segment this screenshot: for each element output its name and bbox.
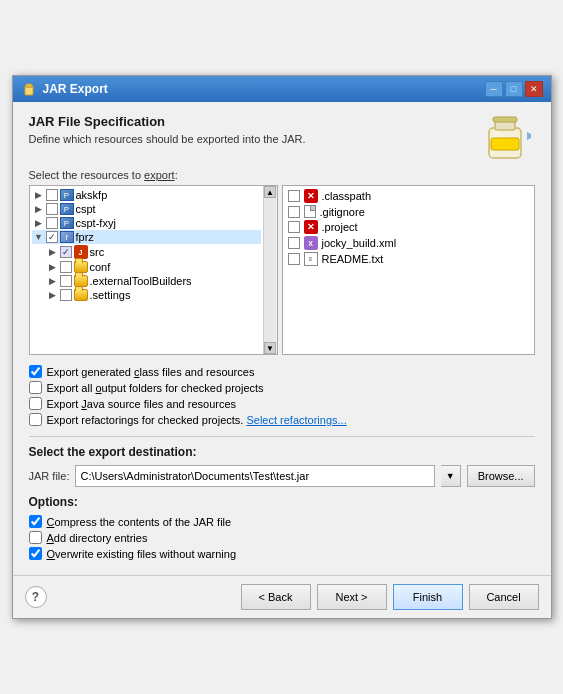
options-label: Options: (29, 495, 535, 509)
export-checkbox-3[interactable] (29, 397, 42, 410)
folder-icon (74, 289, 88, 301)
main-window: JAR Export ─ □ ✕ JAR File Specification … (12, 75, 552, 619)
content-header: JAR File Specification Define which reso… (29, 114, 535, 169)
checkbox-conf[interactable] (60, 261, 72, 273)
option-directory: Add directory entries (29, 531, 535, 544)
jar-icon-area (479, 110, 531, 169)
checkbox-classpath[interactable] (288, 190, 300, 202)
overwrite-checkbox[interactable] (29, 547, 42, 560)
minimize-button[interactable]: ─ (485, 81, 503, 97)
tree-label-cspt: cspt (76, 203, 96, 215)
tree-item-conf[interactable]: ▶ conf (32, 260, 261, 274)
tree-item-src[interactable]: ▶ ✓ J src (32, 244, 261, 260)
cancel-button[interactable]: Cancel (469, 584, 539, 610)
export-option-4: Export refactorings for checked projects… (29, 413, 535, 426)
checkbox-project[interactable] (288, 221, 300, 233)
left-tree-scrollbar[interactable]: ▲ ▼ (263, 186, 277, 354)
export-checkbox-4[interactable] (29, 413, 42, 426)
tree-item-akskfp[interactable]: ▶ P akskfp (32, 188, 261, 202)
expand-arrow[interactable]: ▶ (48, 290, 58, 300)
right-item-project[interactable]: ✕ .project (285, 219, 532, 235)
left-tree-scroll[interactable]: ▶ P akskfp ▶ P cspt ▶ (30, 186, 263, 354)
select-refactorings-link[interactable]: Select refactorings... (246, 414, 346, 426)
svg-rect-2 (24, 87, 34, 88)
trees-container: ▶ P akskfp ▶ P cspt ▶ (29, 185, 535, 355)
right-tree-panel[interactable]: ✕ .classpath .gitignore ✕ .project (282, 185, 535, 355)
jar-file-dropdown-arrow[interactable]: ▼ (441, 465, 461, 487)
checkbox-cspt[interactable] (46, 203, 58, 215)
expand-arrow[interactable]: ▶ (48, 262, 58, 272)
browse-button[interactable]: Browse... (467, 465, 535, 487)
right-item-readme[interactable]: ≡ README.txt (285, 251, 532, 267)
right-item-gitignore[interactable]: .gitignore (285, 204, 532, 219)
checkbox-gitignore[interactable] (288, 206, 300, 218)
expand-arrow[interactable]: ▶ (34, 190, 44, 200)
page-subtitle: Define which resources should be exporte… (29, 133, 306, 145)
titlebar-controls: ─ □ ✕ (485, 81, 543, 97)
export-option-2: Export all output folders for checked pr… (29, 381, 535, 394)
checkbox-fprz[interactable]: ✓ (46, 231, 58, 243)
options-section: Options: Compress the contents of the JA… (29, 495, 535, 560)
left-tree-panel[interactable]: ▶ P akskfp ▶ P cspt ▶ (29, 185, 278, 355)
checkbox-settings[interactable] (60, 289, 72, 301)
x-icon: ✕ (304, 220, 318, 234)
tree-label-conf: conf (90, 261, 111, 273)
svg-rect-5 (493, 117, 517, 122)
checkbox-src[interactable]: ✓ (60, 246, 72, 258)
directory-checkbox[interactable] (29, 531, 42, 544)
svg-rect-1 (26, 84, 32, 87)
checkbox-akskfp[interactable] (46, 189, 58, 201)
right-item-classpath[interactable]: ✕ .classpath (285, 188, 532, 204)
jar-titlebar-icon (21, 81, 37, 97)
titlebar-left: JAR Export (21, 81, 108, 97)
tree-label-settings: .settings (90, 289, 131, 301)
tree-item-externalToolBuilders[interactable]: ▶ .externalToolBuilders (32, 274, 261, 288)
jar-file-label: JAR file: (29, 470, 70, 482)
checkbox-cspt-fxyj[interactable] (46, 217, 58, 229)
scroll-up[interactable]: ▲ (264, 186, 276, 198)
checkbox-externalToolBuilders[interactable] (60, 275, 72, 287)
export-label-2: Export all output folders for checked pr… (47, 382, 264, 394)
label-jocky-build: jocky_build.xml (322, 237, 397, 249)
expand-arrow[interactable]: ▶ (48, 276, 58, 286)
jar-file-row: JAR file: ▼ Browse... (29, 465, 535, 487)
tree-item-fprz[interactable]: ▼ ✓ f fprz (32, 230, 261, 244)
project-icon: P (60, 203, 74, 215)
export-checkbox-2[interactable] (29, 381, 42, 394)
expand-arrow[interactable]: ▶ (34, 218, 44, 228)
tree-label-akskfp: akskfp (76, 189, 108, 201)
back-button[interactable]: < Back (241, 584, 311, 610)
help-button[interactable]: ? (25, 586, 47, 608)
compress-checkbox[interactable] (29, 515, 42, 528)
page-title: JAR File Specification (29, 114, 306, 129)
tree-item-cspt[interactable]: ▶ P cspt (32, 202, 261, 216)
maximize-button[interactable]: □ (505, 81, 523, 97)
expand-arrow[interactable]: ▶ (34, 204, 44, 214)
jar-file-input[interactable] (75, 465, 434, 487)
checkbox-readme[interactable] (288, 253, 300, 265)
next-button[interactable]: Next > (317, 584, 387, 610)
tree-item-cspt-fxyj[interactable]: ▶ P cspt-fxyj (32, 216, 261, 230)
option-compress: Compress the contents of the JAR file (29, 515, 535, 528)
export-label-1: Export generated class files and resourc… (47, 366, 255, 378)
scroll-down[interactable]: ▼ (264, 342, 276, 354)
tree-label-src: src (90, 246, 105, 258)
nav-buttons: < Back Next > Finish Cancel (241, 584, 539, 610)
export-checkbox-1[interactable] (29, 365, 42, 378)
scroll-track (264, 198, 276, 342)
svg-marker-8 (527, 132, 531, 140)
label-readme: README.txt (322, 253, 384, 265)
checkbox-jocky-build[interactable] (288, 237, 300, 249)
export-option-1: Export generated class files and resourc… (29, 365, 535, 378)
file-icon (304, 205, 316, 218)
expand-arrow[interactable]: ▼ (34, 232, 44, 242)
export-label-3: Export Java source files and resources (47, 398, 237, 410)
close-button[interactable]: ✕ (525, 81, 543, 97)
expand-arrow[interactable]: ▶ (48, 247, 58, 257)
header-text: JAR File Specification Define which reso… (29, 114, 306, 157)
right-item-jocky-build[interactable]: X jocky_build.xml (285, 235, 532, 251)
tree-item-settings[interactable]: ▶ .settings (32, 288, 261, 302)
main-content: JAR File Specification Define which reso… (13, 102, 551, 575)
label-gitignore: .gitignore (320, 206, 365, 218)
finish-button[interactable]: Finish (393, 584, 463, 610)
